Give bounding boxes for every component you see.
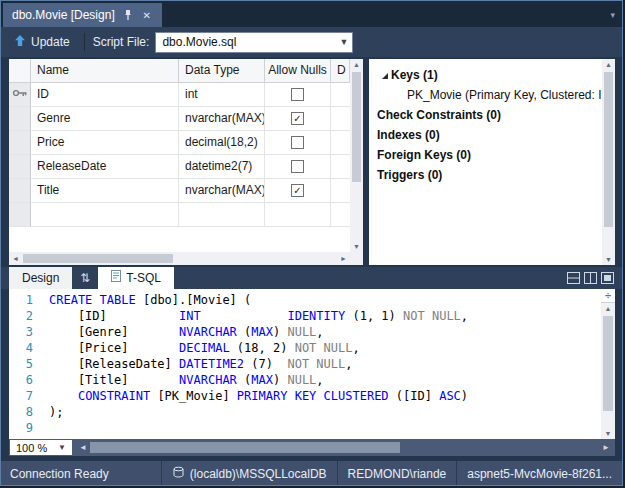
cell-empty[interactable] <box>179 203 265 227</box>
app-window: dbo.Movie [Design] ✕ ▾ Update Script Fil… <box>0 0 623 486</box>
row-selector[interactable] <box>9 131 31 155</box>
code-text[interactable]: CONSTRAINT [PK_Movie] PRIMARY KEY CLUSTE… <box>49 388 468 404</box>
scroll-left-icon[interactable]: ◄ <box>12 252 19 265</box>
grid-corner-cell[interactable] <box>9 59 31 83</box>
grid-horizontal-scrollbar[interactable]: ◄ ► <box>9 252 350 265</box>
zoom-control[interactable]: 100 % ▼ <box>10 440 72 455</box>
table-row[interactable]: Titlenvarchar(MAX)✓ <box>9 179 350 203</box>
cell-data-type[interactable]: nvarchar(MAX) <box>179 107 265 131</box>
allow-nulls-checkbox[interactable] <box>291 136 304 149</box>
allow-nulls-checkbox[interactable]: ✓ <box>291 112 304 125</box>
code-text[interactable]: [Title] NVARCHAR (MAX) NULL, <box>49 372 324 388</box>
tab-tsql[interactable]: T-SQL <box>98 267 174 289</box>
document-tab[interactable]: dbo.Movie [Design] ✕ <box>3 3 162 27</box>
script-file-combobox[interactable]: dbo.Movie.sql ▼ <box>155 32 353 53</box>
grid-vertical-scrollbar[interactable]: ▲ ▼ <box>350 59 363 252</box>
cell-name[interactable]: Genre <box>31 107 179 131</box>
column-header-d[interactable]: D <box>331 59 350 83</box>
cell-default[interactable] <box>331 179 350 203</box>
table-row[interactable]: Genrenvarchar(MAX)✓ <box>9 107 350 131</box>
code-line: 1CREATE TABLE [dbo].[Movie] ( <box>9 292 601 308</box>
tree-item[interactable]: PK_Movie (Primary Key, Clustered: I <box>369 85 602 105</box>
line-number: 6 <box>9 372 49 388</box>
close-icon[interactable]: ✕ <box>141 9 153 21</box>
properties-vertical-scrollbar[interactable]: ▲ ▼ <box>602 59 615 265</box>
status-message: Connection Ready <box>1 467 109 481</box>
tree-item-label: PK_Movie (Primary Key, Clustered: I <box>407 85 602 105</box>
scroll-right-icon[interactable]: ► <box>602 440 610 455</box>
document-list-dropdown-icon[interactable]: ▾ <box>610 10 615 20</box>
table-row[interactable]: IDint <box>9 83 350 107</box>
column-header-data-type[interactable]: Data Type <box>179 59 265 83</box>
split-window-handle[interactable]: ÷ <box>601 289 615 303</box>
code-line: 4 [Price] DECIMAL (18, 2) NOT NULL, <box>9 340 601 356</box>
scroll-up-icon[interactable]: ▲ <box>350 61 363 68</box>
allow-nulls-checkbox[interactable] <box>291 160 304 173</box>
editor-horizontal-scrollbar[interactable]: ◄ ► <box>76 440 613 455</box>
row-selector[interactable] <box>9 155 31 179</box>
code-line: 3 [Genre] NVARCHAR (MAX) NULL, <box>9 324 601 340</box>
maximize-pane-icon[interactable] <box>601 272 614 284</box>
swap-panes-icon[interactable]: ⇅ <box>72 267 98 289</box>
cell-name[interactable]: ID <box>31 83 179 107</box>
code-text[interactable]: [ID] INT IDENTITY (1, 1) NOT NULL, <box>49 308 468 324</box>
cell-name[interactable]: Price <box>31 131 179 155</box>
line-number: 9 <box>9 420 49 436</box>
table-row-new[interactable] <box>9 203 350 227</box>
designer-toolbar: Update Script File: dbo.Movie.sql ▼ <box>1 27 622 57</box>
column-header-allow-nulls[interactable]: Allow Nulls <box>265 59 331 83</box>
tsql-editor[interactable]: 1CREATE TABLE [dbo].[Movie] (2 [ID] INT … <box>9 289 615 439</box>
row-selector[interactable] <box>9 179 31 203</box>
table-row[interactable]: Pricedecimal(18,2) <box>9 131 350 155</box>
expander-icon[interactable] <box>377 71 391 80</box>
chevron-down-icon[interactable]: ▼ <box>335 37 352 47</box>
cell-default[interactable] <box>331 83 350 107</box>
tree-item-label: Triggers (0) <box>377 165 442 185</box>
split-pane-icon[interactable] <box>567 272 580 284</box>
scroll-up-icon[interactable]: ▲ <box>601 305 615 312</box>
chevron-down-icon[interactable]: ▼ <box>58 443 66 452</box>
code-text[interactable]: CREATE TABLE [dbo].[Movie] ( <box>49 292 251 308</box>
scroll-down-icon[interactable]: ▼ <box>350 243 363 250</box>
tsql-file-icon <box>111 267 121 289</box>
swap-layout-icon[interactable] <box>584 272 597 284</box>
cell-empty[interactable] <box>31 203 179 227</box>
cell-data-type[interactable]: decimal(18,2) <box>179 131 265 155</box>
code-text[interactable]: [Price] DECIMAL (18, 2) NOT NULL, <box>49 340 360 356</box>
editor-vertical-scrollbar[interactable]: ÷ ▲ ▼ <box>601 289 615 439</box>
cell-name[interactable]: Title <box>31 179 179 203</box>
cell-data-type[interactable]: datetime2(7) <box>179 155 265 179</box>
cell-empty[interactable] <box>265 203 331 227</box>
cell-default[interactable] <box>331 155 350 179</box>
column-header-name[interactable]: Name <box>31 59 179 83</box>
cell-name[interactable]: ReleaseDate <box>31 155 179 179</box>
scroll-right-icon[interactable]: ► <box>340 252 347 265</box>
scroll-left-icon[interactable]: ◄ <box>79 440 87 455</box>
tree-item[interactable]: Keys (1) <box>369 65 602 85</box>
tree-item[interactable]: Indexes (0) <box>369 125 602 145</box>
table-row[interactable]: ReleaseDatedatetime2(7) <box>9 155 350 179</box>
pin-icon[interactable] <box>122 9 134 21</box>
tree-item[interactable]: Foreign Keys (0) <box>369 145 602 165</box>
row-selector[interactable] <box>9 203 31 227</box>
allow-nulls-checkbox[interactable]: ✓ <box>291 184 304 197</box>
row-selector[interactable] <box>9 83 31 107</box>
allow-nulls-checkbox[interactable] <box>291 88 304 101</box>
row-selector[interactable] <box>9 107 31 131</box>
update-button[interactable]: Update <box>5 30 79 54</box>
tree-item[interactable]: Triggers (0) <box>369 165 602 185</box>
scroll-up-icon[interactable]: ▲ <box>602 61 615 68</box>
line-number: 5 <box>9 356 49 372</box>
code-text[interactable]: [Genre] NVARCHAR (MAX) NULL, <box>49 324 324 340</box>
cell-data-type[interactable]: nvarchar(MAX) <box>179 179 265 203</box>
tree-item[interactable]: Check Constraints (0) <box>369 105 602 125</box>
code-text[interactable]: [ReleaseDate] DATETIME2 (7) NOT NULL, <box>49 356 352 372</box>
cell-default[interactable] <box>331 131 350 155</box>
cell-empty[interactable] <box>331 203 350 227</box>
scroll-down-icon[interactable]: ▼ <box>601 430 615 437</box>
scroll-down-icon[interactable]: ▼ <box>602 256 615 263</box>
tab-design[interactable]: Design <box>9 267 72 289</box>
cell-default[interactable] <box>331 107 350 131</box>
code-text[interactable]: ); <box>49 404 63 420</box>
cell-data-type[interactable]: int <box>179 83 265 107</box>
